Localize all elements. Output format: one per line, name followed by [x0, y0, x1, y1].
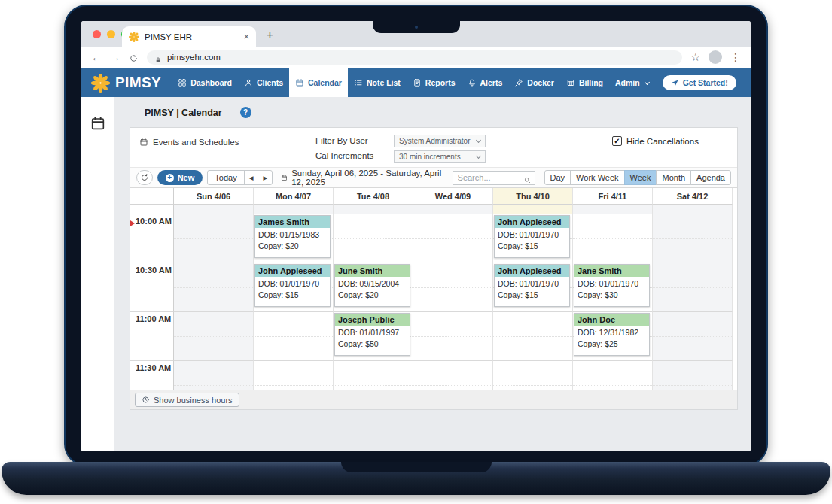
- show-business-hours-button[interactable]: Show business hours: [135, 393, 239, 407]
- appointment-event[interactable]: Jane SmithDOB: 01/01/1970Copay: $30: [574, 264, 650, 307]
- today-button[interactable]: Today: [207, 170, 244, 185]
- prev-icon: ◀: [249, 175, 254, 181]
- appointment-event[interactable]: Joseph PublicDOB: 01/01/1997Copay: $50: [334, 313, 410, 356]
- calendar-footer: Show business hours: [130, 390, 737, 409]
- nav-item-note-list[interactable]: Note List: [348, 68, 407, 97]
- nav-item-docker[interactable]: Docker: [508, 68, 560, 97]
- calendar-cell[interactable]: June SmithDOB: 09/15/2004Copay: $20: [334, 263, 413, 312]
- new-tab-button[interactable]: +: [267, 28, 273, 41]
- back-icon[interactable]: ←: [91, 52, 102, 62]
- scheduler-toolbar: + New Today ◀ ▶ Sunday, April 0: [130, 167, 737, 188]
- new-event-button[interactable]: + New: [157, 170, 203, 185]
- forward-icon[interactable]: →: [110, 52, 120, 62]
- event-client-name: John Doe: [574, 314, 649, 326]
- calendar-icon: [139, 138, 148, 147]
- pimsy-favicon-icon: [129, 32, 139, 42]
- refresh-button[interactable]: [136, 170, 153, 185]
- calendar-cell[interactable]: John AppleseedDOB: 01/01/1970Copay: $15: [493, 263, 573, 312]
- calendar-cell[interactable]: [653, 263, 733, 312]
- appointment-event[interactable]: John DoeDOB: 12/31/1982Copay: $25: [574, 313, 650, 356]
- all-day-cell[interactable]: [653, 205, 733, 214]
- nav-item-label: Clients: [257, 78, 283, 87]
- day-header-label: Wed 4/09: [435, 192, 471, 201]
- calendar-cell[interactable]: [334, 361, 413, 391]
- browser-profile-avatar[interactable]: [709, 50, 722, 64]
- time-label-cell: 10:00 AM: [130, 214, 174, 263]
- event-dob: DOB: 12/31/1982: [574, 326, 649, 337]
- appointment-event[interactable]: James SmithDOB: 01/15/1983Copay: $20: [254, 215, 331, 258]
- browser-menu-icon[interactable]: ⋮: [730, 52, 741, 62]
- appointment-event[interactable]: John AppleseedDOB: 01/01/1970Copay: $15: [254, 264, 331, 307]
- help-icon[interactable]: ?: [240, 107, 251, 118]
- calendar-cell[interactable]: [573, 214, 653, 263]
- all-day-cell[interactable]: [413, 205, 493, 214]
- next-week-button[interactable]: ▶: [258, 170, 273, 185]
- calendar-cell[interactable]: [653, 214, 733, 263]
- view-button-agenda[interactable]: Agenda: [690, 170, 731, 185]
- nav-item-billing[interactable]: Billing: [560, 68, 609, 97]
- chat-bubble-icon[interactable]: [750, 76, 751, 90]
- view-button-month[interactable]: Month: [656, 170, 691, 185]
- calendar-cell[interactable]: [653, 361, 733, 391]
- calendar-cell[interactable]: [413, 214, 493, 263]
- pimsy-brand[interactable]: PIMSY: [91, 68, 161, 97]
- filter-by-user-select[interactable]: System Administrator: [394, 135, 486, 147]
- nav-item-alerts[interactable]: Alerts: [462, 68, 509, 97]
- calendar-cell[interactable]: [174, 312, 254, 361]
- nav-item-reports[interactable]: Reports: [407, 68, 462, 97]
- nav-item-admin[interactable]: Admin: [609, 68, 655, 97]
- close-tab-icon[interactable]: ×: [243, 32, 249, 41]
- get-started-button[interactable]: Get Started!: [663, 75, 736, 90]
- search-icon: [523, 174, 532, 182]
- calendar-header-row: Sun 4/06Mon 4/07Tue 4/08Wed 4/09Thu 4/10…: [130, 188, 733, 205]
- calendar-cell[interactable]: [413, 361, 493, 391]
- calendar-cell[interactable]: [174, 361, 254, 391]
- view-button-day[interactable]: Day: [544, 170, 571, 185]
- calendar-cell[interactable]: John DoeDOB: 12/31/1982Copay: $25: [573, 312, 653, 361]
- calendar-cell[interactable]: [653, 312, 733, 361]
- address-bar[interactable]: pimsyehr.com: [147, 50, 682, 65]
- view-button-work-week[interactable]: Work Week: [570, 170, 624, 185]
- appointment-event[interactable]: John AppleseedDOB: 01/01/1970Copay: $15: [494, 215, 570, 258]
- hide-cancellations-checkbox[interactable]: ✓: [612, 136, 622, 146]
- calendar-cell[interactable]: [413, 312, 493, 361]
- cal-increments-select[interactable]: 30 min increments: [394, 150, 486, 163]
- calendar-cell[interactable]: [334, 214, 413, 263]
- sidebar-calendar-icon[interactable]: [90, 115, 106, 132]
- calendar-cell[interactable]: John AppleseedDOB: 01/01/1970Copay: $15: [254, 263, 334, 312]
- calendar-cell[interactable]: [413, 263, 493, 312]
- all-day-cell[interactable]: [174, 205, 254, 214]
- calendar-cell[interactable]: [493, 312, 573, 361]
- calendar-cell[interactable]: Joseph PublicDOB: 01/01/1997Copay: $50: [334, 312, 413, 361]
- all-day-cell[interactable]: [573, 205, 653, 214]
- calendar-cell[interactable]: [573, 361, 653, 391]
- event-client-name: John Appleseed: [495, 265, 569, 277]
- appointment-event[interactable]: June SmithDOB: 09/15/2004Copay: $20: [334, 264, 410, 307]
- calendar-cell[interactable]: [254, 361, 334, 391]
- appointment-event[interactable]: John AppleseedDOB: 01/01/1970Copay: $15: [494, 264, 570, 307]
- calendar-cell[interactable]: [174, 263, 254, 312]
- browser-tab[interactable]: PIMSY EHR ×: [122, 26, 256, 47]
- all-day-cell[interactable]: [334, 205, 413, 214]
- calendar-cell[interactable]: [174, 214, 254, 263]
- calendar-cell[interactable]: [493, 361, 573, 391]
- view-button-label: Work Week: [576, 173, 618, 182]
- bell-icon: [468, 78, 477, 87]
- all-day-cell[interactable]: [493, 205, 573, 214]
- prev-week-button[interactable]: ◀: [244, 170, 259, 185]
- calendar-cell[interactable]: Jane SmithDOB: 01/01/1970Copay: $30: [573, 263, 653, 312]
- bookmark-star-icon[interactable]: ☆: [690, 52, 700, 62]
- event-dob: DOB: 01/01/1970: [495, 277, 569, 288]
- calendar-cell[interactable]: James SmithDOB: 01/15/1983Copay: $20: [254, 214, 334, 263]
- close-window-button[interactable]: [93, 30, 101, 38]
- view-button-week[interactable]: Week: [624, 170, 657, 185]
- reload-icon[interactable]: [129, 53, 139, 62]
- calendar-cell[interactable]: [254, 312, 334, 361]
- nav-item-clients[interactable]: Clients: [238, 68, 289, 97]
- nav-item-calendar[interactable]: Calendar: [289, 68, 348, 97]
- minimize-window-button[interactable]: [107, 30, 115, 38]
- all-day-cell[interactable]: [254, 205, 334, 214]
- nav-item-dashboard[interactable]: Dashboard: [172, 68, 238, 97]
- calendar-cell[interactable]: John AppleseedDOB: 01/01/1970Copay: $15: [493, 214, 573, 263]
- search-input[interactable]: [456, 172, 523, 183]
